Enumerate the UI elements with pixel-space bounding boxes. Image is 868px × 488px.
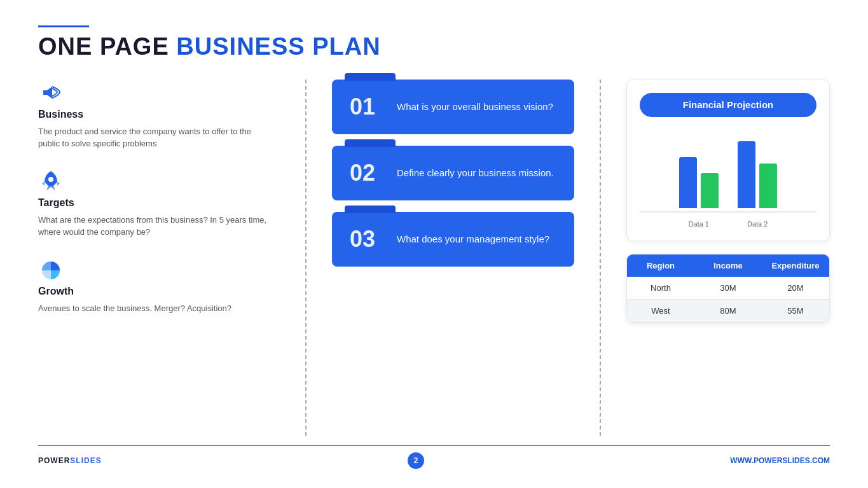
brand-power: POWER <box>38 456 70 465</box>
bar-blue-1 <box>679 157 697 208</box>
targets-text: What are the expectations from this busi… <box>38 214 267 239</box>
table-row-2: West 80M 55M <box>627 300 829 323</box>
business-title: Business <box>38 109 267 120</box>
chart-bars-2 <box>738 141 777 208</box>
header: ONE PAGE BUSINESS PLAN <box>38 25 830 60</box>
financial-projection-box: Financial Projection <box>626 80 830 241</box>
growth-text: Avenues to scale the business. Merger? A… <box>38 302 267 315</box>
col-region: Region <box>627 254 694 277</box>
left-column: Business The product and service the com… <box>38 80 293 436</box>
row1-region: North <box>627 277 694 300</box>
page-title: ONE PAGE BUSINESS PLAN <box>38 34 830 60</box>
row2-expenditure: 55M <box>762 300 829 323</box>
card-2-text: Define clearly your business mission. <box>397 166 554 179</box>
business-text: The product and service the company want… <box>38 125 267 150</box>
page: ONE PAGE BUSINESS PLAN Business The prod… <box>0 0 868 488</box>
megaphone-icon <box>38 80 64 105</box>
bar-blue-2 <box>738 141 755 208</box>
footer: POWERSLIDES 2 WWW.POWERSLIDES.COM <box>38 445 830 469</box>
card-1: 01 What is your overall business vision? <box>332 80 574 134</box>
bar-green-2 <box>759 164 777 208</box>
right-column: Financial Projection <box>614 80 830 436</box>
card-2-number: 02 <box>350 160 382 186</box>
rocket-icon <box>38 168 64 193</box>
table-header: Region Income Expenditure <box>627 254 829 277</box>
targets-title: Targets <box>38 197 267 209</box>
svg-point-0 <box>48 177 53 182</box>
pie-chart-icon <box>38 256 64 282</box>
row2-region: West <box>627 300 694 323</box>
chart-group-2 <box>738 141 777 208</box>
card-3: 03 What does your management style? <box>332 212 574 267</box>
data-table: Region Income Expenditure North 30M 20M … <box>626 254 830 323</box>
footer-brand: POWERSLIDES <box>38 456 102 465</box>
middle-column: 01 What is your overall business vision?… <box>319 80 587 436</box>
main-content: Business The product and service the com… <box>38 80 830 436</box>
footer-website: WWW.POWERSLIDES.COM <box>730 456 830 465</box>
growth-title: Growth <box>38 286 267 297</box>
chart-label-1: Data 1 <box>689 220 709 228</box>
divider-1 <box>305 80 307 436</box>
card-3-number: 03 <box>350 226 382 253</box>
financial-title: Financial Projection <box>683 99 774 110</box>
chart-label-2: Data 2 <box>747 220 768 228</box>
card-1-text: What is your overall business vision? <box>397 100 553 113</box>
section-business: Business The product and service the com… <box>38 80 267 150</box>
card-2: 02 Define clearly your business mission. <box>332 146 574 200</box>
chart-labels: Data 1 Data 2 <box>640 218 816 228</box>
chart-group-1 <box>679 157 719 208</box>
title-part1: ONE PAGE <box>38 33 176 60</box>
bar-chart <box>640 130 816 213</box>
chart-bars-1 <box>679 157 719 208</box>
page-number: 2 <box>408 452 424 469</box>
card-3-text: What does your management style? <box>397 232 549 246</box>
section-growth: Growth Avenues to scale the business. Me… <box>38 256 267 315</box>
header-accent-line <box>38 25 89 27</box>
row2-income: 80M <box>694 300 762 323</box>
col-expenditure: Expenditure <box>762 254 829 277</box>
financial-title-bar: Financial Projection <box>640 93 816 117</box>
col-income: Income <box>694 254 762 277</box>
row1-expenditure: 20M <box>762 277 829 300</box>
row1-income: 30M <box>694 277 762 300</box>
title-part2: BUSINESS PLAN <box>176 33 380 60</box>
card-1-number: 01 <box>350 94 382 120</box>
table-row-1: North 30M 20M <box>627 277 829 300</box>
brand-slides: SLIDES <box>70 456 101 465</box>
divider-2 <box>600 80 601 436</box>
section-targets: Targets What are the expectations from t… <box>38 168 267 239</box>
bar-green-1 <box>701 173 719 208</box>
